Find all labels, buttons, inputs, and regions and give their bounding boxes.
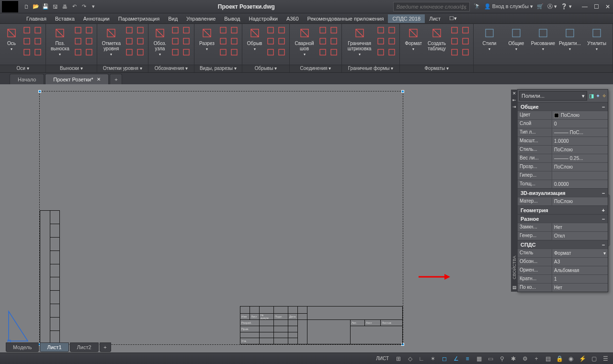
ribbon-small-button[interactable] <box>229 47 239 57</box>
ribbon-small-button[interactable] <box>387 25 397 35</box>
prop-row[interactable]: Прозр...ПоСлою <box>518 162 608 171</box>
menu-главная[interactable]: Главная <box>22 14 51 23</box>
quick-props-icon[interactable]: ▤ <box>543 354 553 364</box>
prop-row[interactable]: Генер...Откл <box>518 231 608 240</box>
ribbon-small-button[interactable] <box>266 47 275 57</box>
ribbon-small-button[interactable] <box>329 25 339 35</box>
units-icon[interactable]: + <box>532 354 541 364</box>
prop-row[interactable]: Обозн...A3 <box>518 257 608 266</box>
layout-tab-Лист2[interactable]: Лист2 <box>70 342 99 352</box>
saveas-icon[interactable]: 🖫 <box>51 2 59 11</box>
lock-ui-icon[interactable]: 🔒 <box>555 354 564 364</box>
ribbon-small-button[interactable] <box>461 47 470 57</box>
ribbon-small-button[interactable] <box>461 25 470 35</box>
add-tab-button[interactable]: + <box>110 74 122 84</box>
osnap-icon[interactable]: ◻ <box>440 354 449 364</box>
ribbon-small-button[interactable] <box>22 47 32 57</box>
object-type-select[interactable]: Полили...▾ <box>519 91 587 101</box>
ribbon-small-button[interactable] <box>125 47 134 57</box>
grid-icon[interactable]: ⊞ <box>394 354 403 364</box>
layout-tab-Лист1[interactable]: Лист1 <box>40 342 68 352</box>
menu-вывод[interactable]: Вывод <box>220 14 244 23</box>
prop-row[interactable]: Замкн...Нет <box>518 223 608 231</box>
prop-group-Разное[interactable]: Разное– <box>518 214 608 223</box>
palette-options-icon[interactable]: ▤ <box>512 285 517 290</box>
exchange-icon[interactable]: 🛒 <box>537 3 544 10</box>
ribbon-small-button[interactable] <box>266 36 275 46</box>
ribbon-small-button[interactable] <box>170 25 180 35</box>
ribbon-small-button[interactable] <box>450 47 459 57</box>
prop-group-СПДС[interactable]: СПДС– <box>518 240 608 249</box>
ribbon-button-Отметка уровня[interactable]: Отметка уровня▾ <box>100 25 123 57</box>
ribbon-small-button[interactable] <box>450 25 459 35</box>
snap-icon[interactable]: ◇ <box>405 354 415 364</box>
ribbon-small-button[interactable] <box>182 25 191 35</box>
clean-screen-icon[interactable]: ▢ <box>589 354 599 364</box>
open-icon[interactable]: 📂 <box>32 2 40 11</box>
menu-спдс 2018[interactable]: СПДС 2018 <box>388 14 425 23</box>
ribbon-small-button[interactable] <box>125 36 134 46</box>
ribbon-small-button[interactable] <box>84 47 94 57</box>
prop-row[interactable]: Вес ли...——— 0.25... <box>518 154 608 162</box>
ribbon-small-button[interactable] <box>277 36 286 46</box>
ribbon-button-Граничная штриховка[interactable]: Граничная штриховка▾ <box>345 25 375 57</box>
annotation-vis-icon[interactable]: ✱ <box>509 354 518 364</box>
grip-top-right[interactable] <box>401 90 404 93</box>
ribbon-small-button[interactable] <box>33 36 43 46</box>
grip-top-left[interactable] <box>38 90 41 93</box>
transparency-icon[interactable]: ▦ <box>474 354 484 364</box>
ribbon-small-button[interactable] <box>73 25 83 35</box>
qat-dropdown-icon[interactable]: ▾ <box>89 2 98 11</box>
annotation-scale-icon[interactable]: ⚲ <box>497 354 507 364</box>
ribbon-small-button[interactable] <box>182 36 191 46</box>
ribbon-tab-Рисование[interactable]: Рисование▾ <box>530 25 556 52</box>
ribbon-small-button[interactable] <box>84 36 94 46</box>
signin-button[interactable]: 👤 Вход в службы ▾ <box>484 3 533 10</box>
workspace-switch-icon[interactable]: ⚙ <box>520 354 530 364</box>
prop-row[interactable]: Гипер... <box>518 171 608 180</box>
menu-надстройки[interactable]: Надстройки <box>245 14 282 23</box>
help-icon[interactable]: ❔ ▾ <box>561 3 572 10</box>
ribbon-small-button[interactable] <box>277 47 286 57</box>
ribbon-tab-Утилиты[interactable]: Утилиты▾ <box>584 25 610 52</box>
menu-параметризация[interactable]: Параметризация <box>114 14 164 23</box>
maximize-button[interactable]: ☐ <box>591 3 602 10</box>
ribbon-tab-Стили[interactable]: Стили▾ <box>477 25 502 52</box>
ribbon-tab-Редакти...[interactable]: Редакти...▾ <box>557 25 583 52</box>
quick-select-icon[interactable]: ◨ <box>589 93 594 99</box>
menu-вид[interactable]: Вид <box>164 14 182 23</box>
ribbon-small-button[interactable] <box>33 47 43 57</box>
prop-group-Общие[interactable]: Общие– <box>518 102 608 111</box>
ribbon-small-button[interactable] <box>376 36 386 46</box>
ribbon-small-button[interactable] <box>33 25 43 35</box>
binoculars-icon[interactable]: 🔭 <box>474 3 480 10</box>
ribbon-small-button[interactable] <box>318 47 328 57</box>
ribbon-small-button[interactable] <box>229 36 239 46</box>
ribbon-small-button[interactable] <box>218 36 228 46</box>
menu-extra-icon[interactable]: ☐▾ <box>445 14 461 23</box>
ribbon-small-button[interactable] <box>318 25 328 35</box>
ribbon-button-Ось[interactable]: Ось▾ <box>3 25 20 52</box>
ribbon-button-Формат[interactable]: Формат▾ <box>403 25 424 52</box>
dropdown-icon[interactable]: ▾ <box>603 250 606 256</box>
polar-icon[interactable]: ✶ <box>428 354 438 364</box>
close-button[interactable]: ✕ <box>602 3 613 10</box>
ribbon-small-button[interactable] <box>387 36 397 46</box>
prop-row[interactable]: Тип л...——— ПоС... <box>518 128 608 136</box>
ribbon-button-Создать таблицу[interactable]: Создать таблицу <box>426 25 448 52</box>
ribbon-small-button[interactable] <box>22 36 32 46</box>
ribbon-small-button[interactable] <box>266 25 275 35</box>
ortho-icon[interactable]: ∟ <box>417 354 426 364</box>
menu-управление[interactable]: Управление <box>182 14 220 23</box>
ribbon-small-button[interactable] <box>73 47 83 57</box>
hardware-accel-icon[interactable]: ⚡ <box>578 354 587 364</box>
ribbon-small-button[interactable] <box>73 36 83 46</box>
add-layout-button[interactable]: + <box>100 342 111 352</box>
drawing-canvas[interactable]: ИзмЛист№ докум.Подп.Дата Разраб.Лит.Лист… <box>0 84 460 353</box>
prop-row[interactable]: Матер...ПоСлою <box>518 197 608 205</box>
prop-row[interactable]: Ориен...Альбомная <box>518 266 608 274</box>
ribbon-small-button[interactable] <box>376 47 386 57</box>
ribbon-small-button[interactable] <box>84 25 94 35</box>
plot-icon[interactable]: 🖶 <box>60 2 69 11</box>
otrack-icon[interactable]: ∠ <box>451 354 461 364</box>
